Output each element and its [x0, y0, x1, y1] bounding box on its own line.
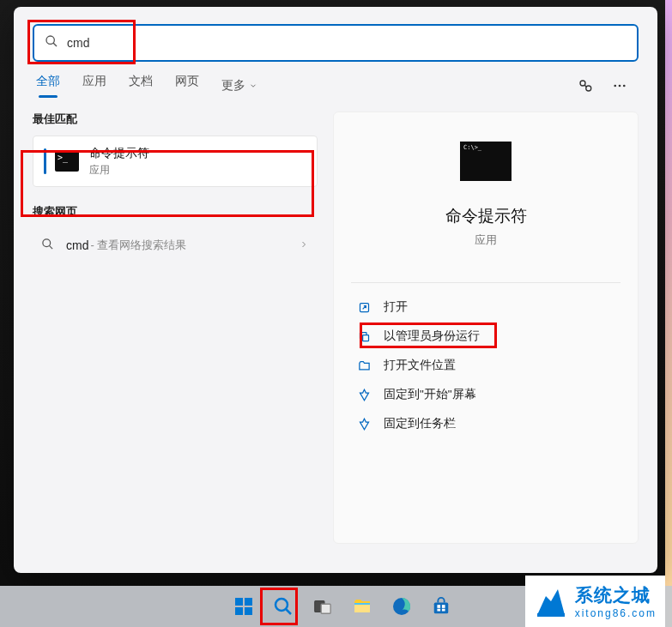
preview-subtitle: 应用 [475, 232, 497, 248]
svg-rect-28 [537, 613, 565, 617]
watermark-title: 系统之城 [575, 583, 657, 607]
svg-point-7 [43, 239, 51, 247]
action-pin-start[interactable]: 固定到"开始"屏幕 [351, 381, 621, 408]
svg-rect-24 [437, 605, 440, 608]
svg-line-17 [287, 610, 292, 615]
chevron-down-icon [249, 79, 257, 93]
filter-tab-web[interactable]: 网页 [175, 74, 199, 98]
more-options-icon[interactable] [604, 70, 635, 101]
web-term: cmd [66, 238, 88, 252]
connect-account-icon[interactable] [570, 70, 601, 101]
filter-tab-more[interactable]: 更多 [221, 78, 257, 93]
svg-rect-21 [354, 603, 370, 605]
svg-point-6 [623, 85, 626, 87]
svg-rect-13 [245, 598, 252, 606]
preview-app-icon: C:\>_ [460, 142, 512, 181]
admin-icon [356, 329, 372, 344]
edge-button[interactable] [384, 589, 419, 624]
svg-rect-15 [245, 607, 252, 615]
svg-line-8 [49, 245, 52, 249]
action-run-admin[interactable]: 以管理员身份运行 [351, 323, 621, 350]
svg-point-4 [614, 85, 616, 87]
search-panel: 全部 应用 文档 网页 更多 最佳匹配 >_ 命令提示符 应用 [14, 7, 657, 573]
selected-indicator [44, 148, 46, 174]
svg-rect-26 [437, 609, 440, 612]
desktop-wallpaper-edge [665, 0, 672, 627]
search-button[interactable] [266, 589, 300, 624]
svg-point-2 [580, 81, 585, 86]
best-match-result[interactable]: >_ 命令提示符 应用 [33, 136, 318, 187]
search-input[interactable] [67, 36, 627, 50]
filter-tab-all[interactable]: 全部 [36, 74, 60, 98]
svg-rect-19 [321, 604, 330, 613]
svg-rect-11 [362, 335, 368, 341]
chevron-right-icon [299, 238, 309, 252]
web-search-result[interactable]: cmd - 查看网络搜索结果 [33, 228, 318, 262]
web-suffix: - 查看网络搜索结果 [90, 238, 186, 253]
watermark-url: xitong86.com [575, 607, 657, 619]
svg-point-16 [275, 599, 288, 611]
preview-title: 命令提示符 [445, 205, 527, 227]
start-button[interactable] [227, 589, 261, 624]
file-explorer-button[interactable] [345, 589, 379, 624]
svg-line-1 [53, 43, 57, 46]
svg-rect-27 [442, 609, 445, 612]
divider [351, 282, 621, 283]
svg-point-5 [619, 85, 621, 87]
task-view-button[interactable] [306, 589, 340, 624]
watermark: 系统之城 xitong86.com [525, 576, 665, 627]
filter-row: 全部 应用 文档 网页 更多 [14, 62, 657, 99]
search-icon [45, 34, 58, 52]
svg-rect-14 [235, 607, 243, 615]
open-icon [356, 299, 372, 315]
store-button[interactable] [424, 589, 458, 624]
preview-pane: C:\>_ 命令提示符 应用 打开 以管理员身份运行 打开文件位置 [333, 112, 639, 544]
search-bar[interactable] [33, 24, 639, 62]
svg-point-0 [46, 36, 54, 44]
action-open-location[interactable]: 打开文件位置 [351, 352, 621, 379]
filter-tab-apps[interactable]: 应用 [82, 74, 106, 98]
pin-icon [356, 387, 372, 402]
svg-rect-23 [434, 602, 449, 613]
search-web-header: 搜索网页 [33, 204, 318, 220]
action-open[interactable]: 打开 [351, 293, 621, 321]
svg-rect-12 [235, 598, 243, 606]
result-title: 命令提示符 [89, 146, 149, 161]
folder-icon [356, 358, 372, 373]
filter-tab-docs[interactable]: 文档 [129, 74, 153, 98]
pin-icon [356, 416, 372, 431]
watermark-logo-icon [534, 584, 568, 618]
result-subtitle: 应用 [89, 163, 149, 178]
best-match-header: 最佳匹配 [33, 112, 318, 127]
results-column: 最佳匹配 >_ 命令提示符 应用 搜索网页 cmd - 查看网络搜索结果 [33, 112, 318, 544]
svg-rect-25 [442, 605, 445, 608]
action-pin-taskbar[interactable]: 固定到任务栏 [351, 410, 621, 437]
search-icon [41, 238, 54, 253]
cmd-app-icon: >_ [55, 151, 79, 172]
